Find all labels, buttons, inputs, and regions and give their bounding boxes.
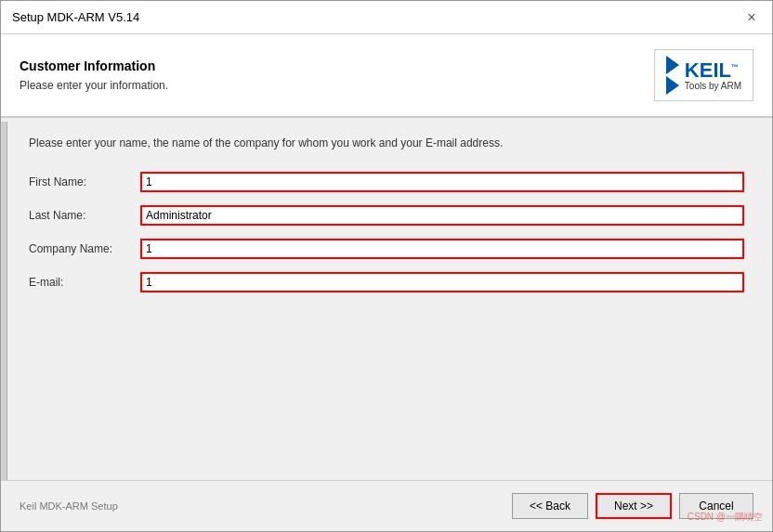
keil-chevron-top-icon bbox=[666, 56, 679, 74]
footer-section: Keil MDK-ARM Setup << Back Next >> Cance… bbox=[1, 480, 772, 531]
form-area: First Name: Last Name: Company Name: E-m… bbox=[29, 172, 744, 461]
footer-status: Keil MDK-ARM Setup bbox=[20, 500, 118, 512]
first-name-input[interactable] bbox=[140, 172, 744, 192]
keil-tagline: Tools by ARM bbox=[685, 81, 741, 91]
form-row-lastname: Last Name: bbox=[29, 205, 744, 226]
close-button[interactable]: × bbox=[742, 8, 761, 27]
header-section: Customer Information Please enter your i… bbox=[1, 34, 772, 118]
last-name-input[interactable] bbox=[140, 205, 744, 226]
last-name-label: Last Name: bbox=[29, 209, 131, 222]
form-row-email: E-mail: bbox=[29, 272, 744, 292]
email-label: E-mail: bbox=[29, 276, 131, 289]
watermark: CSDN @一隅晴空 bbox=[688, 511, 763, 524]
keil-text: KEIL™ Tools by ARM bbox=[685, 60, 741, 91]
header-text: Customer Information Please enter your i… bbox=[20, 58, 168, 92]
keil-tm: ™ bbox=[731, 62, 739, 71]
company-name-label: Company Name: bbox=[29, 242, 131, 255]
header-subtext: Please enter your information. bbox=[20, 79, 168, 92]
company-name-input[interactable] bbox=[140, 239, 744, 259]
keil-logo: KEIL™ Tools by ARM bbox=[654, 49, 753, 101]
email-input[interactable] bbox=[140, 272, 744, 292]
form-row-company: Company Name: bbox=[29, 239, 744, 259]
back-button[interactable]: << Back bbox=[512, 493, 588, 519]
sidebar-line bbox=[7, 122, 7, 480]
content-area: Please enter your name, the name of the … bbox=[1, 118, 772, 480]
window-title: Setup MDK-ARM V5.14 bbox=[12, 10, 139, 24]
header-heading: Customer Information bbox=[20, 58, 168, 73]
keil-chevron-bottom-icon bbox=[666, 76, 679, 95]
next-button[interactable]: Next >> bbox=[596, 493, 672, 519]
setup-window: Setup MDK-ARM V5.14 × Customer Informati… bbox=[0, 0, 773, 532]
title-bar: Setup MDK-ARM V5.14 × bbox=[1, 1, 772, 34]
keil-chevrons-icon bbox=[666, 56, 679, 95]
first-name-label: First Name: bbox=[29, 175, 131, 188]
description-text: Please enter your name, the name of the … bbox=[29, 136, 744, 149]
form-row-firstname: First Name: bbox=[29, 172, 744, 192]
keil-brand-text: KEIL™ bbox=[685, 60, 741, 81]
